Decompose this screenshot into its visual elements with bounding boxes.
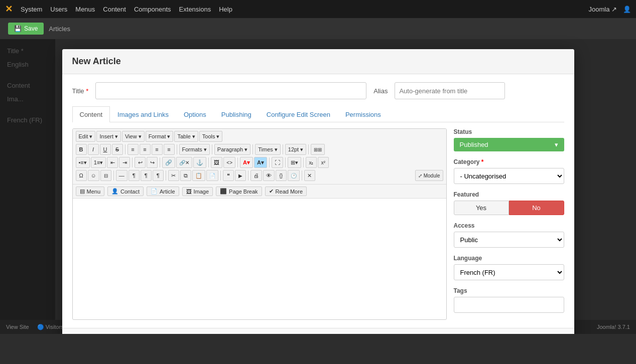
nav-system[interactable]: System	[21, 6, 42, 13]
special-char-button[interactable]: Ω	[76, 170, 87, 181]
outdent-button[interactable]: ⇤	[107, 157, 118, 168]
user-icon[interactable]: 👤	[623, 6, 631, 13]
print-button[interactable]: 🖨	[250, 170, 262, 181]
toolbar-row-menus: Edit▾ Insert▾ View▾ Format	[76, 131, 443, 142]
module-button[interactable]: ⤢ Module	[415, 170, 443, 181]
subscript-button[interactable]: x₂	[306, 157, 317, 168]
font-dropdown[interactable]: Times▾	[255, 144, 281, 155]
contact-action-button[interactable]: 👤 Contact	[107, 187, 144, 196]
menu-action-icon: ▤	[80, 188, 85, 195]
nav-menus[interactable]: Menus	[75, 6, 95, 13]
joomla-link[interactable]: Joomla ↗	[588, 6, 617, 13]
strikethrough-button[interactable]: S̶	[112, 144, 123, 155]
dir-ltr-button[interactable]: ¶	[141, 170, 152, 181]
save-icon: 💾	[14, 25, 22, 32]
search-replace-button[interactable]: ⊞⊞	[311, 144, 325, 155]
tab-images-links[interactable]: Images and Links	[110, 106, 176, 122]
paragraph-mark-button[interactable]: ¶	[129, 170, 140, 181]
cut-button[interactable]: ✂	[168, 170, 179, 181]
read-more-action-button[interactable]: ✔ Read More	[265, 187, 307, 196]
underline-button[interactable]: U	[100, 144, 111, 155]
templates-button[interactable]: ⊟	[100, 170, 111, 181]
featured-no-button[interactable]: No	[509, 201, 564, 215]
view-menu[interactable]: View▾	[122, 131, 145, 142]
tab-configure-edit-screen[interactable]: Configure Edit Screen	[259, 106, 338, 122]
size-dropdown[interactable]: 12pt▾	[285, 144, 306, 155]
nav-users[interactable]: Users	[50, 6, 67, 13]
tab-permissions[interactable]: Permissions	[338, 106, 389, 122]
nonbreaking-button[interactable]: {}	[276, 170, 287, 181]
redo-button[interactable]: ↪	[147, 157, 158, 168]
italic-button[interactable]: I	[88, 144, 99, 155]
menu-action-button[interactable]: ▤ Menu	[76, 187, 105, 196]
table-button[interactable]: ⊞▾	[288, 157, 301, 168]
nav-help[interactable]: Help	[219, 6, 232, 13]
title-input[interactable]	[95, 82, 366, 99]
bg-color-button[interactable]: A▾	[254, 157, 267, 168]
table-menu[interactable]: Table▾	[174, 131, 198, 142]
language-label: Language	[454, 255, 564, 262]
format-menu[interactable]: Format▾	[146, 131, 174, 142]
removeformat-button[interactable]: ✕	[304, 170, 315, 181]
align-right-button[interactable]: ≡	[152, 144, 163, 155]
formats-dropdown[interactable]: Formats▾	[179, 144, 210, 155]
image-action-button[interactable]: 🖼 Image	[182, 187, 213, 196]
article-action-button[interactable]: 📄 Article	[147, 187, 179, 196]
access-select[interactable]: Public	[454, 232, 564, 248]
link-button[interactable]: 🔗	[162, 157, 175, 168]
fullscreen-button[interactable]: ⛶	[272, 157, 283, 168]
align-center-button[interactable]: ≡	[140, 144, 151, 155]
featured-yes-button[interactable]: Yes	[454, 201, 509, 215]
save-button[interactable]: 💾 Save	[8, 23, 44, 35]
sep14	[113, 170, 114, 180]
nav-content[interactable]: Content	[103, 6, 126, 13]
unlink-button[interactable]: 🔗✕	[176, 157, 192, 168]
align-left-button[interactable]: ≡	[128, 144, 139, 155]
view-site-link[interactable]: View Site	[6, 324, 29, 330]
code-button[interactable]: <>	[223, 157, 235, 168]
edit-menu[interactable]: Edit▾	[76, 131, 96, 142]
num-list-button[interactable]: 1≡▾	[91, 157, 106, 168]
status-dropdown-icon: ▾	[555, 141, 558, 148]
page-break-icon: ⬛	[220, 188, 227, 195]
bullet-list-button[interactable]: •≡▾	[76, 157, 90, 168]
indent-button[interactable]: ⇥	[119, 157, 130, 168]
media-button[interactable]: ▶	[235, 170, 246, 181]
top-nav-left: ✕ System Users Menus Content Components …	[5, 4, 232, 15]
anchor-button[interactable]: ⚓	[193, 157, 206, 168]
align-justify-button[interactable]: ≡	[164, 144, 175, 155]
image-button[interactable]: 🖼	[211, 157, 222, 168]
tools-menu[interactable]: Tools▾	[199, 131, 223, 142]
tab-publishing[interactable]: Publishing	[214, 106, 259, 122]
blockquote-button[interactable]: ❝	[223, 170, 234, 181]
language-select[interactable]: French (FR)	[454, 264, 564, 280]
paste-text-button[interactable]: 📄	[206, 170, 218, 181]
page-break-action-button[interactable]: ⬛ Page Break	[216, 187, 262, 196]
emoji-button[interactable]: ☺	[88, 170, 99, 181]
alias-input[interactable]	[395, 82, 505, 99]
tab-options[interactable]: Options	[176, 106, 214, 122]
nav-extensions[interactable]: Extensions	[179, 6, 211, 13]
date-button[interactable]: 🕐	[288, 170, 300, 181]
status-button[interactable]: Published ▾	[454, 138, 564, 151]
bold-button[interactable]: B	[76, 144, 87, 155]
sep7	[132, 157, 133, 167]
nav-components[interactable]: Components	[134, 6, 171, 13]
undo-button[interactable]: ↩	[135, 157, 146, 168]
paragraph-dropdown[interactable]: Paragraph▾	[214, 144, 250, 155]
insert-menu[interactable]: Insert▾	[96, 131, 121, 142]
tab-content[interactable]: Content	[72, 106, 110, 122]
status-field: Status Published ▾	[454, 128, 564, 151]
dir-rtl-button[interactable]: ¶	[153, 170, 164, 181]
superscript-button[interactable]: x²	[318, 157, 329, 168]
tags-input[interactable]	[454, 297, 564, 313]
paste-button[interactable]: 📋	[192, 170, 205, 181]
editor-content[interactable]	[73, 199, 446, 299]
category-select[interactable]: - Uncategorised	[454, 168, 564, 184]
new-article-modal: New Article Title Alias Content Images a…	[62, 49, 574, 334]
preview-button[interactable]: 👁	[263, 170, 275, 181]
text-color-button[interactable]: A▾	[240, 157, 253, 168]
hr-button[interactable]: —	[116, 170, 128, 181]
sep15	[166, 170, 166, 180]
copy-button[interactable]: ⧉	[180, 170, 191, 181]
